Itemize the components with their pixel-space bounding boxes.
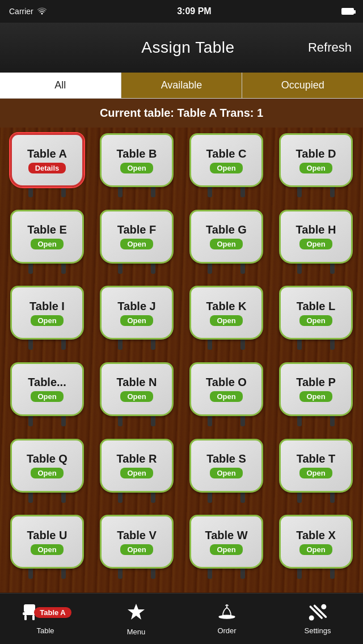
table-item-G[interactable]: Table GOpen [184, 210, 269, 282]
table-item-I[interactable]: Table IOpen [5, 286, 90, 358]
status-right [341, 8, 354, 15]
table-item-Q[interactable]: Table QOpen [5, 439, 90, 511]
menu-tab-label: Menu [127, 628, 146, 636]
table-name-U: Table U [27, 529, 67, 542]
table-tab-label: Table [36, 626, 54, 635]
table-status-T: Open [299, 468, 332, 478]
table-name-M: Table... [28, 376, 66, 389]
table-item-X[interactable]: Table XOpen [273, 515, 358, 587]
table-legs-S [208, 493, 245, 503]
order-tab-label: Order [217, 626, 236, 635]
refresh-button[interactable]: Refresh [308, 40, 352, 55]
battery-icon [341, 8, 354, 15]
table-item-L[interactable]: Table LOpen [273, 286, 358, 358]
table-item-W[interactable]: Table WOpen [184, 515, 269, 587]
table-legs-V [118, 569, 155, 579]
table-item-V[interactable]: Table VOpen [94, 515, 179, 587]
table-item-O[interactable]: Table OOpen [184, 362, 269, 434]
table-legs-C [208, 187, 245, 197]
table-status-V: Open [120, 544, 153, 555]
table-status-A: Details [28, 163, 66, 173]
table-item-D[interactable]: Table DOpen [273, 133, 358, 205]
nav-bar: Assign Table Refresh [0, 23, 363, 73]
tab-order[interactable]: Order [182, 603, 272, 635]
tab-occupied[interactable]: Occupied [242, 73, 363, 98]
bottom-tab-bar: Table A Table Menu Order [0, 593, 363, 644]
svg-rect-0 [24, 604, 35, 612]
table-status-F: Open [120, 239, 153, 249]
table-legs-F [118, 264, 155, 274]
svg-point-9 [309, 616, 314, 621]
table-item-R[interactable]: Table ROpen [94, 439, 179, 511]
table-name-P: Table P [296, 376, 336, 389]
svg-rect-3 [32, 615, 35, 620]
table-status-P: Open [299, 391, 332, 402]
table-status-O: Open [210, 391, 242, 402]
table-status-J: Open [120, 315, 153, 326]
table-item-N[interactable]: Table NOpen [94, 362, 179, 434]
table-legs-W [208, 569, 245, 579]
table-name-V: Table V [117, 529, 157, 542]
table-status-X: Open [299, 544, 332, 555]
table-item-P[interactable]: Table POpen [273, 362, 358, 434]
table-badge: Table A [34, 607, 71, 618]
table-item-T[interactable]: Table TOpen [273, 439, 358, 511]
table-name-I: Table I [29, 300, 65, 313]
table-name-H: Table H [296, 223, 336, 236]
tab-table[interactable]: Table A Table [0, 603, 91, 635]
settings-tab-icon [307, 603, 328, 625]
carrier-label: Carrier [9, 7, 33, 16]
table-name-G: Table G [206, 223, 247, 236]
table-item-U[interactable]: Table UOpen [5, 515, 90, 587]
table-status-R: Open [120, 468, 153, 478]
table-item-E[interactable]: Table EOpen [5, 210, 90, 282]
table-legs-K [208, 340, 245, 350]
table-item-H[interactable]: Table HOpen [273, 210, 358, 282]
table-name-B: Table B [117, 147, 157, 160]
table-status-M: Open [31, 391, 63, 402]
current-table-info: Current table: Table A Trans: 1 [0, 99, 363, 128]
svg-rect-2 [24, 615, 27, 620]
menu-tab-icon [126, 601, 146, 626]
table-name-L: Table L [297, 300, 336, 313]
table-legs-A [28, 187, 66, 197]
time-display: 3:09 PM [177, 6, 211, 16]
table-legs-H [297, 264, 335, 274]
table-name-X: Table X [296, 529, 336, 542]
table-status-H: Open [299, 239, 332, 249]
table-legs-E [28, 264, 66, 274]
wifi-icon [37, 7, 47, 16]
table-name-D: Table D [296, 147, 336, 160]
table-item-S[interactable]: Table SOpen [184, 439, 269, 511]
table-item-F[interactable]: Table FOpen [94, 210, 179, 282]
table-item-B[interactable]: Table BOpen [94, 133, 179, 205]
table-name-C: Table C [206, 147, 247, 160]
table-item-K[interactable]: Table KOpen [184, 286, 269, 358]
table-status-N: Open [120, 391, 153, 402]
table-status-D: Open [299, 163, 332, 173]
table-status-U: Open [31, 544, 63, 555]
table-legs-P [297, 416, 335, 426]
table-item-J[interactable]: Table JOpen [94, 286, 179, 358]
table-item-A[interactable]: Table ADetails [5, 133, 90, 205]
table-legs-X [297, 569, 335, 579]
table-name-T: Table T [297, 452, 336, 465]
svg-point-10 [321, 604, 326, 609]
tab-available[interactable]: Available [121, 73, 243, 98]
table-legs-R [118, 493, 155, 503]
table-grid: Table ADetailsTable BOpenTable COpenTabl… [0, 128, 363, 592]
tab-menu[interactable]: Menu [91, 601, 182, 636]
table-item-M[interactable]: Table...Open [5, 362, 90, 434]
tab-all[interactable]: All [0, 73, 121, 98]
table-name-N: Table N [117, 376, 157, 389]
table-legs-I [28, 340, 66, 350]
tab-settings[interactable]: Settings [272, 603, 363, 635]
settings-tab-label: Settings [305, 626, 331, 635]
table-status-I: Open [31, 315, 63, 326]
table-status-E: Open [31, 239, 63, 249]
svg-rect-5 [219, 616, 235, 617]
table-legs-J [118, 340, 155, 350]
order-tab-icon [217, 603, 237, 625]
table-legs-G [208, 264, 245, 274]
table-item-C[interactable]: Table COpen [184, 133, 269, 205]
